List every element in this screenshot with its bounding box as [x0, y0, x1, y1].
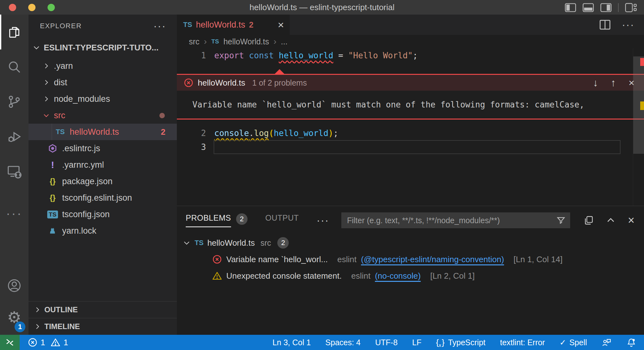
toggle-panel-icon[interactable] [583, 3, 594, 12]
explorer-icon[interactable] [0, 15, 29, 49]
indentation[interactable]: Spaces: 4 [325, 338, 361, 347]
panel-header: PROBLEMS 2 OUTPUT ··· [177, 206, 644, 235]
error-squiggle: hello_world [279, 51, 333, 60]
editor-more-actions-icon[interactable]: ··· [622, 23, 634, 27]
tree-item-helloworld-ts[interactable]: TS helloWorld.ts 2 [29, 124, 177, 140]
window-title: helloWorld.ts — eslint-typescript-tutori… [0, 3, 644, 12]
source-control-icon[interactable] [0, 84, 29, 119]
ts-file-icon: TS [211, 38, 219, 45]
ts-file-icon: TS [56, 128, 65, 136]
tsconfig-file-icon: TS [47, 211, 58, 218]
previous-problem-icon[interactable]: ↑ [611, 77, 616, 89]
warning-icon [51, 338, 60, 347]
eol-sequence[interactable]: LF [412, 338, 422, 347]
tab-helloworld-ts[interactable]: TS helloWorld.ts 2 × [177, 15, 290, 35]
current-line-highlight [214, 140, 621, 154]
tab-output[interactable]: OUTPUT [265, 213, 299, 227]
tree-item-src-folder[interactable]: src [29, 107, 177, 124]
breadcrumb-file[interactable]: helloWorld.ts [223, 37, 269, 46]
remote-icon [5, 338, 15, 347]
peek-error-message[interactable]: Variable name `hello_world` must match o… [192, 100, 584, 109]
accounts-icon[interactable] [0, 271, 29, 300]
problem-row-error[interactable]: Variable name `hello_worl... eslint(@typ… [177, 251, 644, 268]
error-icon [212, 255, 222, 264]
tree-item-node-modules-folder[interactable]: node_modules [29, 91, 177, 107]
breadcrumb-symbol[interactable]: ... [281, 37, 287, 46]
warning-squiggle: console.log [214, 128, 269, 138]
close-panel-icon[interactable]: × [628, 215, 634, 226]
vscode-window: helloWorld.ts — eslint-typescript-tutori… [0, 0, 644, 350]
tree-item-dist-folder[interactable]: dist [29, 74, 177, 91]
ts-file-icon: TS [195, 239, 203, 247]
minimize-window-button[interactable] [28, 4, 35, 11]
editor-scrollbar[interactable] [633, 48, 644, 206]
cursor-position[interactable]: Ln 3, Col 1 [273, 338, 311, 347]
split-editor-icon[interactable] [599, 19, 611, 30]
notifications-bell-icon[interactable] [626, 337, 636, 347]
rule-link[interactable]: (@typescript-eslint/naming-convention) [361, 255, 504, 264]
next-problem-icon[interactable]: ↓ [593, 77, 598, 89]
breadcrumb: src › TS helloWorld.ts › ... [177, 35, 644, 48]
language-mode[interactable]: {x} TypeScript [436, 338, 486, 347]
customize-layout-icon[interactable] [625, 3, 637, 13]
editor-group: TS helloWorld.ts 2 × ··· src › [177, 15, 644, 335]
tree-item-yarnrc-yml[interactable]: ! .yarnrc.yml [29, 157, 177, 173]
tree-item-yarn-lock[interactable]: yarn.lock [29, 223, 177, 239]
search-icon[interactable] [0, 49, 29, 84]
eslint-file-icon [46, 144, 59, 153]
zoom-window-button[interactable] [48, 4, 55, 11]
problems-file-group[interactable]: TS helloWorld.ts src 2 [177, 235, 644, 251]
yarn-file-icon [46, 226, 59, 235]
timeline-section[interactable]: TIMELINE [29, 318, 177, 335]
rule-link[interactable]: (no-console) [375, 271, 421, 281]
project-name: ESLINT-TYPESCRIPT-TUTO... [44, 43, 158, 53]
maximize-panel-icon[interactable] [606, 215, 616, 225]
panel-more-tabs-icon[interactable]: ··· [317, 218, 329, 223]
settings-badge: 1 [15, 321, 25, 332]
filter-input[interactable] [341, 216, 556, 225]
chevron-down-icon [183, 239, 191, 247]
problem-row-warning[interactable]: Unexpected console statement. eslint(no-… [177, 268, 644, 284]
status-problems[interactable]: 1 1 [28, 338, 68, 347]
check-icon: ✓ [559, 338, 566, 347]
textlint-status[interactable]: textlint: Error [500, 338, 545, 347]
tree-item-eslintrc-js[interactable]: .eslintrc.js [29, 140, 177, 157]
tree-root-folder[interactable]: ESLINT-TYPESCRIPT-TUTO... [29, 37, 177, 58]
run-debug-icon[interactable] [0, 119, 29, 154]
remote-explorer-icon[interactable] [0, 154, 29, 189]
filter-funnel-icon[interactable] [556, 216, 566, 225]
spell-checker-status[interactable]: ✓ Spell [559, 338, 587, 347]
peek-pointer [274, 69, 285, 74]
problems-badge: 2 [236, 213, 248, 225]
settings-gear-icon[interactable]: ⚙ 1 [0, 300, 29, 335]
tree-item-yarn-folder[interactable]: .yarn [29, 58, 177, 74]
close-window-button[interactable] [9, 4, 16, 11]
view-as-table-icon[interactable] [583, 215, 594, 225]
toggle-secondary-sidebar-icon[interactable] [600, 3, 612, 12]
tab-close-icon[interactable]: × [278, 19, 284, 30]
code-line-2[interactable]: 2 console.log(hello_world); [177, 126, 633, 140]
file-tree: .yarn dist node_modules src TS [29, 58, 177, 239]
tab-problems[interactable]: PROBLEMS 2 [186, 213, 248, 227]
explorer-more-actions-icon[interactable]: ··· [153, 24, 166, 28]
tree-item-tsconfig-json[interactable]: TS tsconfig.json [29, 206, 177, 223]
encoding[interactable]: UTF-8 [375, 338, 398, 347]
json-file-icon: {} [50, 177, 56, 186]
indent-guide [52, 124, 52, 140]
code-editor[interactable]: 1 export const hello_world = "Hello Worl… [177, 48, 644, 206]
feedback-icon[interactable] [602, 337, 612, 347]
code-line-3[interactable]: 3 [177, 140, 633, 154]
tree-item-tsconfig-eslint-json[interactable]: {} tsconfig.eslint.json [29, 190, 177, 206]
activity-bar: ··· ⚙ 1 [0, 15, 29, 335]
code-line-1[interactable]: 1 export const hello_world = "Hello Worl… [177, 48, 633, 63]
more-views-icon[interactable]: ··· [0, 199, 29, 228]
error-icon [28, 338, 37, 347]
problems-list: TS helloWorld.ts src 2 Variable name `he… [177, 235, 644, 335]
tree-item-package-json[interactable]: {} package.json [29, 173, 177, 190]
breadcrumb-src[interactable]: src [189, 37, 199, 46]
yaml-file-icon: ! [51, 159, 54, 170]
outline-section[interactable]: OUTLINE [29, 301, 177, 318]
remote-indicator[interactable] [0, 335, 20, 350]
toggle-sidebar-icon[interactable] [565, 3, 576, 12]
problems-filter [341, 212, 570, 228]
